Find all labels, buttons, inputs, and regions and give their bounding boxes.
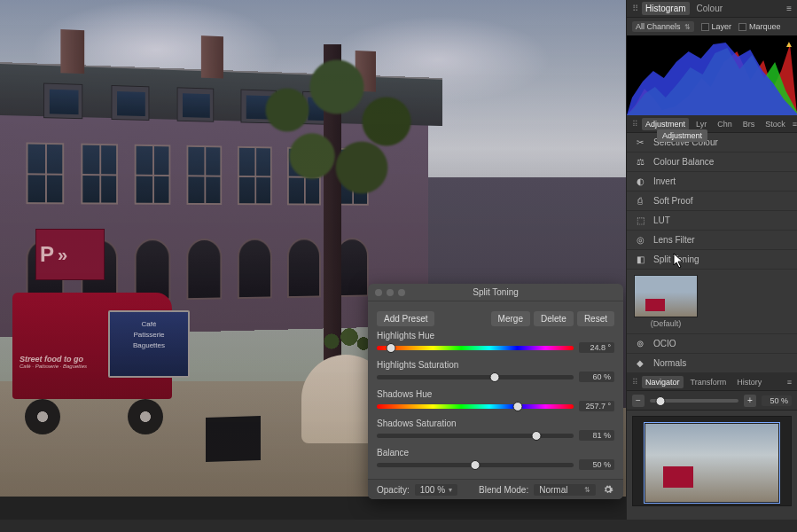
window-controls[interactable]	[375, 289, 405, 296]
preset-default-thumb[interactable]	[634, 275, 698, 317]
adj-split-toning[interactable]: ◧ Split Toning	[627, 250, 797, 270]
opacity-value: 100 %	[420, 485, 445, 495]
adj-normals[interactable]: ◆ Normals	[627, 354, 797, 373]
status-bar	[0, 520, 797, 532]
adj-lut[interactable]: ⬚ LUT	[627, 211, 797, 231]
layer-checkbox[interactable]: Layer	[701, 22, 732, 31]
clipping-warning-icon[interactable]: ▲	[785, 39, 793, 49]
navigator-tabbar: ⠿ Navigator Transform History ≡	[627, 373, 797, 391]
max-dot[interactable]	[398, 289, 405, 296]
balance-thumb[interactable]	[471, 460, 481, 470]
add-preset-button[interactable]: Add Preset	[377, 311, 434, 326]
gear-icon[interactable]	[602, 483, 614, 496]
adjustment-list: ✂ Selective Colour ⚖ Colour Balance ◐ In…	[627, 133, 797, 270]
tab-histogram[interactable]: Histogram	[642, 2, 690, 15]
tab-layers[interactable]: Lyr	[692, 118, 710, 130]
blend-mode-label: Blend Mode:	[479, 485, 528, 495]
tab-navigator[interactable]: Navigator	[642, 376, 684, 388]
highlights-hue-thumb[interactable]	[386, 343, 395, 353]
tab-channels[interactable]: Chn	[714, 118, 736, 130]
scissors-icon: ✂	[634, 137, 646, 149]
lens-icon: ◎	[634, 234, 646, 246]
chevron-updown-icon: ⇅	[684, 23, 691, 31]
navigator-preview[interactable]	[632, 416, 792, 506]
adj-selective-colour[interactable]: ✂ Selective Colour	[627, 133, 797, 153]
navigator-panel: − + 50 %	[627, 391, 797, 512]
zoom-out-button[interactable]: −	[632, 395, 645, 407]
split-toning-panel[interactable]: Split Toning Add Preset Merge Delete Res…	[368, 284, 623, 499]
highlights-sat-value[interactable]: 60 %	[579, 372, 614, 382]
highlights-sat-slider[interactable]	[377, 375, 574, 379]
shadows-hue-thumb[interactable]	[512, 402, 522, 411]
min-dot[interactable]	[387, 289, 394, 296]
adj-invert[interactable]: ◐ Invert	[627, 172, 797, 192]
tab-history[interactable]: History	[733, 376, 765, 388]
split-icon: ◧	[634, 254, 646, 266]
adjustment-tabbar: ⠿ Adjustment Lyr Chn Brs Stock ≡ Adjustm…	[627, 115, 797, 133]
highlights-sat-thumb[interactable]	[490, 372, 500, 382]
shadows-sat-label: Shadows Saturation	[377, 419, 457, 428]
opacity-label: Opacity:	[377, 485, 410, 495]
marquee-checkbox[interactable]: Marquee	[738, 22, 781, 31]
histogram-controls: All Channels ⇅ Layer Marquee	[627, 18, 797, 35]
zoom-thumb[interactable]	[656, 396, 666, 406]
opacity-select[interactable]: 100 % ▾	[415, 484, 457, 496]
sliders-icon: ⚖	[634, 156, 646, 168]
histogram-tabbar: ⠿ Histogram Colour ≡	[627, 0, 797, 18]
merge-button[interactable]: Merge	[491, 311, 530, 326]
tab-transform[interactable]: Transform	[687, 376, 731, 388]
drag-handle-icon[interactable]: ⠿	[632, 120, 638, 129]
delete-button[interactable]: Delete	[534, 311, 574, 326]
zoom-slider[interactable]	[650, 399, 738, 403]
drag-handle-icon[interactable]: ⠿	[632, 4, 638, 13]
balance-label: Balance	[377, 448, 409, 458]
adj-lens-filter[interactable]: ◎ Lens Filter	[627, 231, 797, 250]
highlights-hue-label: Highlights Hue	[377, 331, 434, 340]
panel-titlebar[interactable]: Split Toning	[368, 284, 623, 301]
right-sidebar: ⠿ Histogram Colour ≡ All Channels ⇅ Laye…	[626, 0, 797, 532]
shadows-hue-value[interactable]: 257.7 °	[579, 401, 614, 411]
shadows-hue-label: Shadows Hue	[377, 389, 432, 399]
close-dot[interactable]	[375, 289, 382, 296]
chevron-down-icon: ▾	[449, 486, 452, 494]
printer-icon: ⎙	[634, 195, 646, 207]
invert-icon: ◐	[634, 176, 646, 188]
blend-mode-select[interactable]: Normal ⇅	[534, 484, 596, 496]
channels-value: All Channels	[636, 22, 681, 31]
highlights-hue-slider[interactable]	[377, 346, 574, 350]
blend-mode-value: Normal	[539, 485, 567, 495]
shadows-sat-thumb[interactable]	[531, 431, 541, 441]
adjustment-list-2: ⊚ OCIO ◆ Normals	[627, 334, 797, 373]
normals-icon: ◆	[634, 357, 646, 370]
adjustment-tooltip: Adjustment	[657, 129, 707, 142]
chevron-updown-icon: ⇅	[584, 486, 590, 494]
drag-handle-icon[interactable]: ⠿	[632, 378, 638, 387]
panel-menu-icon[interactable]: ≡	[786, 4, 792, 13]
ocio-icon: ⊚	[634, 338, 646, 350]
tab-colour[interactable]: Colour	[693, 2, 726, 15]
highlights-hue-value[interactable]: 24.8 °	[579, 342, 614, 353]
adj-ocio[interactable]: ⊚ OCIO	[627, 334, 797, 354]
navigator-viewport-rect[interactable]	[644, 422, 780, 504]
shadows-hue-slider[interactable]	[377, 404, 574, 409]
shadows-sat-value[interactable]: 81 %	[579, 430, 614, 441]
tab-adjustment[interactable]: Adjustment	[642, 118, 689, 130]
panel-menu-icon[interactable]: ≡	[787, 378, 792, 387]
balance-value[interactable]: 50 %	[579, 459, 614, 470]
adj-soft-proof[interactable]: ⎙ Soft Proof	[627, 192, 797, 211]
adj-colour-balance[interactable]: ⚖ Colour Balance	[627, 153, 797, 172]
tab-stock[interactable]: Stock	[762, 118, 789, 130]
highlights-sat-label: Highlights Saturation	[377, 360, 458, 370]
reset-button[interactable]: Reset	[577, 311, 614, 326]
preset-thumbnails: (Default)	[627, 270, 797, 334]
preset-default-label: (Default)	[634, 319, 698, 328]
zoom-value[interactable]: 50 %	[762, 395, 792, 406]
tab-brushes[interactable]: Brs	[739, 118, 759, 130]
panel-menu-icon[interactable]: ≡	[793, 120, 797, 129]
zoom-in-button[interactable]: +	[744, 395, 756, 407]
balance-slider[interactable]	[377, 463, 574, 467]
cube-icon: ⬚	[634, 215, 646, 227]
histogram-display[interactable]: ▲	[627, 35, 797, 115]
shadows-sat-slider[interactable]	[377, 434, 574, 438]
channels-dropdown[interactable]: All Channels ⇅	[632, 21, 694, 32]
